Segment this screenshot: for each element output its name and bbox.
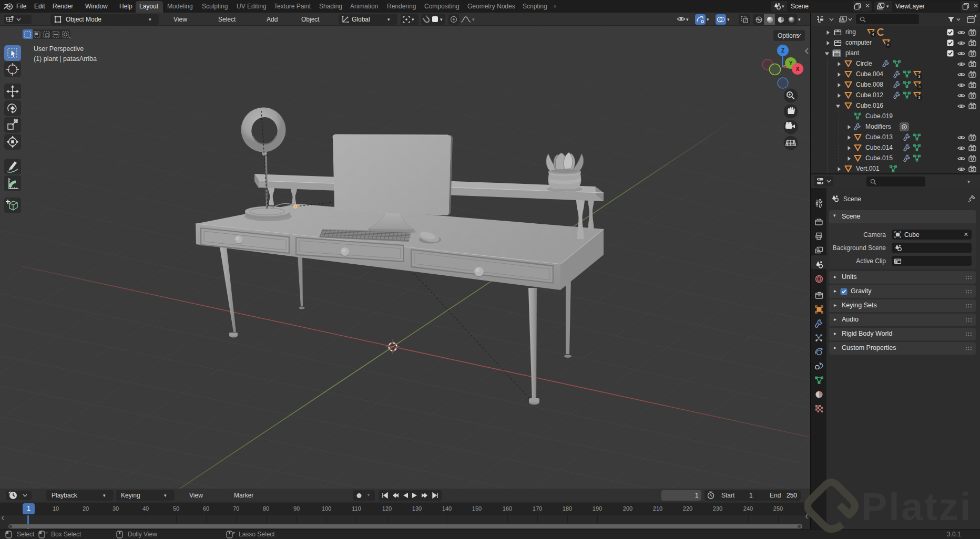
svg-text:Z: Z [781, 48, 784, 54]
svg-text:X: X [796, 66, 800, 72]
svg-text:(1) plant | patasArriba: (1) plant | patasArriba [34, 55, 97, 63]
svg-text:Y: Y [789, 60, 793, 66]
svg-text:User Perspective: User Perspective [34, 45, 84, 53]
svg-text:Platzi: Platzi [861, 485, 972, 528]
svg-text:Options: Options [778, 32, 799, 39]
